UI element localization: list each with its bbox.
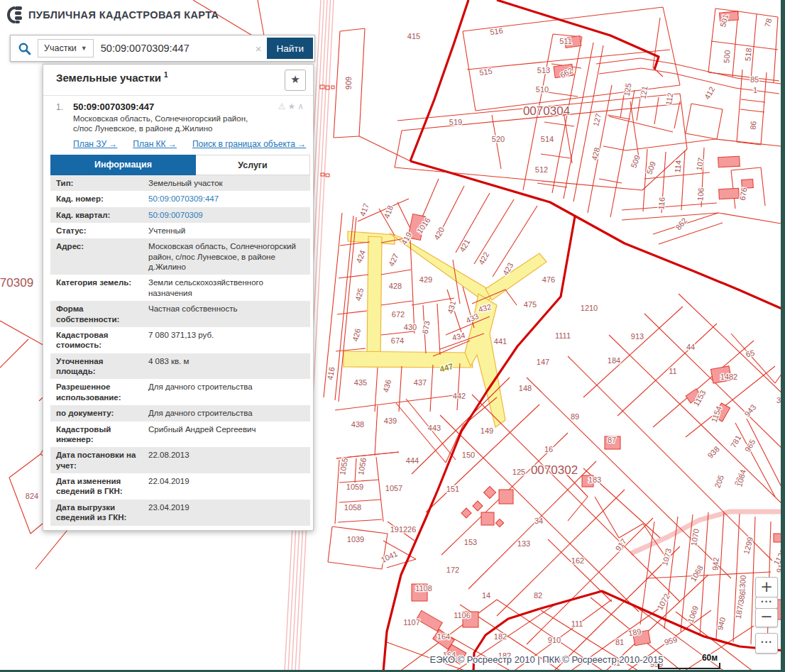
parcel-label: 16: [544, 445, 553, 453]
parcel-label: 516: [490, 26, 504, 36]
info-row: Форма собственности:Частная собственност…: [50, 301, 310, 327]
pkk-app: 4159095165155195205115136625105145121274…: [0, 0, 785, 672]
parcel-label: 1039: [347, 535, 364, 544]
map-attribution: ЕЭКО © Росреестр 2010 | ПКК © Росреестр …: [430, 654, 664, 665]
results-panel: Земельные участки 1 ★ ⚠★∧ 1. 50:09:00703…: [43, 64, 314, 531]
parcel-label: 421: [458, 238, 472, 253]
parcel-label: 1084: [735, 469, 747, 488]
parcel-label: 34: [534, 517, 543, 525]
parcel-label: 1059: [346, 483, 363, 491]
info-value: 4 083 кв. м: [148, 356, 306, 377]
parcel-label: 1: [753, 86, 757, 94]
parcel-label: 1111: [555, 331, 571, 340]
parcel-label: 150: [462, 451, 475, 459]
parcel-label: 476: [542, 275, 555, 284]
search-icon: [18, 42, 31, 55]
parcel-label: 147: [537, 358, 549, 366]
info-row: Разрешенное использование:Для дачного ст…: [50, 379, 310, 405]
parcel-label: 943: [742, 403, 757, 419]
parcel-label: 111: [571, 619, 583, 628]
info-value: Частная собственность: [148, 304, 306, 324]
find-button[interactable]: Найти: [267, 38, 313, 59]
search-bar: Участки ▼ × Найти: [10, 35, 315, 62]
info-value: 7 080 371,13 руб.: [148, 330, 306, 351]
info-label: Дата выгрузки сведений из ГКН:: [56, 502, 148, 523]
parcel-label: 435: [354, 378, 367, 387]
tab-услуги[interactable]: Услуги: [196, 155, 310, 175]
parcel-label: 151: [446, 485, 459, 493]
parcel-label: 133: [517, 539, 530, 548]
parcel-label: 205: [713, 474, 725, 489]
info-value: Земли сельскохозяйственного назначения: [148, 277, 306, 298]
parcel-label: 1210: [581, 304, 598, 312]
item-status-icons[interactable]: ⚠★∧: [278, 101, 306, 111]
parcel-label: 1057: [385, 484, 402, 492]
info-label: Кадастровая стоимость:: [56, 330, 148, 351]
info-value[interactable]: 50:09:0070309:447: [148, 194, 306, 204]
info-label: Кадастровый инженер:: [56, 424, 148, 445]
parcel-label: 439: [384, 417, 397, 425]
info-row: Дата выгрузки сведений из ГКН:23.04.2019: [50, 500, 310, 526]
parcel-label: 442: [453, 392, 466, 400]
parcel-label: 438: [351, 420, 364, 429]
parcel-label: 430: [404, 323, 417, 331]
parcel-label: 125: [622, 82, 633, 97]
zoom-in-button[interactable]: +: [755, 577, 778, 597]
parcel-label: 437: [414, 378, 427, 387]
parcel-label: 89: [571, 412, 579, 421]
info-row: по документу:Для дачного строительства: [50, 405, 310, 421]
parcel-label: 1299: [742, 536, 754, 556]
parcel-label: 434: [451, 331, 466, 342]
item-link-2[interactable]: Поиск в границах объекта →: [192, 139, 306, 149]
info-label: Адрес:: [56, 241, 148, 272]
info-value: 22.04.2019: [148, 476, 306, 497]
parcel-label: 87: [608, 436, 616, 444]
parcel-label: 183: [588, 475, 601, 484]
parcel-label: 475: [524, 300, 537, 309]
item-link-1[interactable]: План КК →: [133, 139, 177, 149]
parcel-label: 114: [673, 160, 682, 173]
parcel-label: 112: [664, 92, 675, 106]
info-row: Тип:Земельный участок: [50, 175, 310, 191]
parcel-label: 1106: [454, 611, 471, 619]
panel-title: Земельные участки 1: [56, 71, 168, 84]
parcel-label: 674: [391, 336, 404, 345]
info-label: Статус:: [56, 226, 148, 236]
zoom-out-button[interactable]: −: [755, 608, 778, 627]
parcel-label: 427: [387, 252, 400, 268]
parcel-label: 909: [344, 77, 353, 89]
item-link-0[interactable]: План ЗУ →: [73, 139, 117, 149]
info-value: Для дачного строительства: [148, 408, 306, 418]
tabs: ИнформацияУслуги: [50, 155, 310, 175]
parcel-label: 443: [428, 424, 441, 432]
parcel-label: 429: [419, 275, 432, 284]
parcel-label: 182: [494, 632, 507, 641]
parcel-label: 415: [407, 32, 420, 40]
clear-search-icon[interactable]: ×: [250, 43, 268, 55]
parcel-label: 1482: [720, 373, 737, 381]
search-input[interactable]: [94, 43, 250, 54]
parcel-label: 959: [664, 635, 679, 646]
parcel-label: 428: [389, 282, 402, 290]
search-category-dropdown[interactable]: Участки ▼: [38, 39, 94, 57]
parcel-label: 1300: [737, 575, 747, 593]
item-address: Московская область, Солнечногорский райо…: [73, 114, 307, 134]
tab-информация[interactable]: Информация: [50, 155, 196, 175]
parcel-label: 515: [479, 67, 493, 77]
parcel-label: 781: [729, 434, 743, 449]
favorites-star-button[interactable]: ★: [285, 70, 306, 91]
info-label: Уточненная площадь:: [56, 356, 148, 377]
more-layers-button[interactable]: •••: [755, 633, 778, 654]
parcel-label: 0070304: [523, 104, 570, 118]
more-options-button[interactable]: •••: [755, 597, 778, 609]
info-row: Адрес:Московская область, Солнечногорски…: [50, 238, 310, 275]
parcel-label: 500: [722, 50, 732, 63]
parcel-label: 416: [326, 366, 336, 380]
parcel-label: 513: [537, 66, 550, 75]
info-row: Кад. номер:50:09:0070309:447: [50, 191, 310, 206]
parcel-label: 512: [535, 165, 548, 174]
info-value: Учтенный: [148, 226, 306, 236]
pkk-logo-icon: [7, 6, 23, 24]
info-value[interactable]: 50:09:0070309: [148, 210, 306, 220]
info-row: Кадастровый инженер:Срибный Андрей Серге…: [50, 422, 310, 448]
